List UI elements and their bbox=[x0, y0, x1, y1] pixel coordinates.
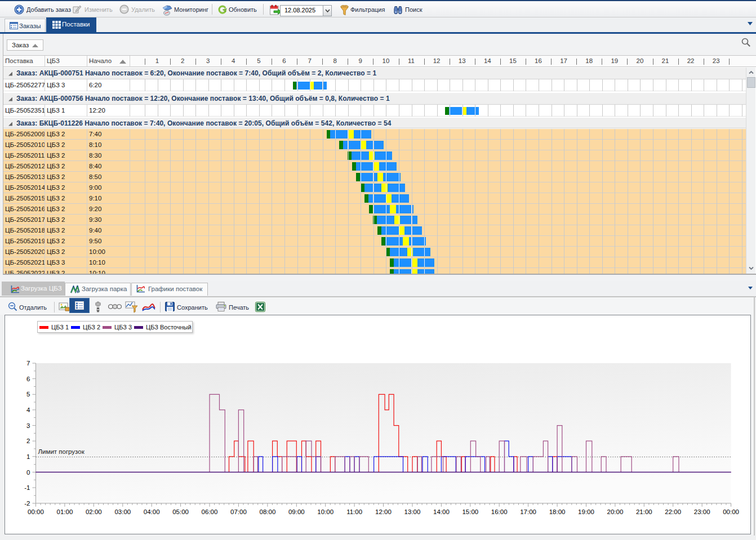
svg-text:04:00: 04:00 bbox=[144, 508, 160, 515]
svg-text:12:00: 12:00 bbox=[375, 508, 392, 515]
svg-text:Лимит погрузок: Лимит погрузок bbox=[38, 448, 85, 455]
svg-text:08:00: 08:00 bbox=[260, 508, 276, 515]
svg-text:0: 0 bbox=[26, 469, 30, 476]
svg-text:11:00: 11:00 bbox=[346, 508, 362, 515]
svg-text:09:00: 09:00 bbox=[288, 508, 305, 515]
svg-text:23:00: 23:00 bbox=[694, 508, 710, 515]
svg-text:06:00: 06:00 bbox=[202, 508, 218, 515]
svg-text:5: 5 bbox=[26, 391, 30, 398]
svg-text:-1: -1 bbox=[24, 484, 30, 491]
svg-text:7: 7 bbox=[26, 360, 30, 367]
svg-text:18:00: 18:00 bbox=[549, 508, 566, 515]
svg-text:21:00: 21:00 bbox=[636, 508, 652, 515]
svg-text:02:00: 02:00 bbox=[86, 508, 102, 515]
svg-text:4: 4 bbox=[26, 407, 30, 413]
svg-text:17:00: 17:00 bbox=[520, 508, 536, 515]
svg-text:01:00: 01:00 bbox=[57, 508, 73, 515]
svg-text:16:00: 16:00 bbox=[491, 508, 508, 515]
svg-text:1: 1 bbox=[26, 453, 30, 460]
svg-text:-2: -2 bbox=[24, 500, 30, 507]
svg-text:3: 3 bbox=[26, 422, 30, 429]
svg-text:00:00: 00:00 bbox=[723, 508, 739, 515]
svg-text:13:00: 13:00 bbox=[404, 508, 421, 515]
svg-text:07:00: 07:00 bbox=[230, 508, 247, 515]
svg-text:20:00: 20:00 bbox=[607, 508, 624, 515]
svg-text:15:00: 15:00 bbox=[462, 508, 478, 515]
svg-text:14:00: 14:00 bbox=[433, 508, 450, 515]
svg-text:6: 6 bbox=[26, 376, 30, 382]
svg-text:19:00: 19:00 bbox=[578, 508, 594, 515]
svg-text:03:00: 03:00 bbox=[114, 508, 131, 515]
svg-text:00:00: 00:00 bbox=[28, 508, 44, 515]
svg-text:22:00: 22:00 bbox=[665, 508, 681, 515]
svg-text:10:00: 10:00 bbox=[317, 508, 333, 515]
svg-text:2: 2 bbox=[26, 438, 30, 444]
svg-text:05:00: 05:00 bbox=[172, 508, 189, 515]
